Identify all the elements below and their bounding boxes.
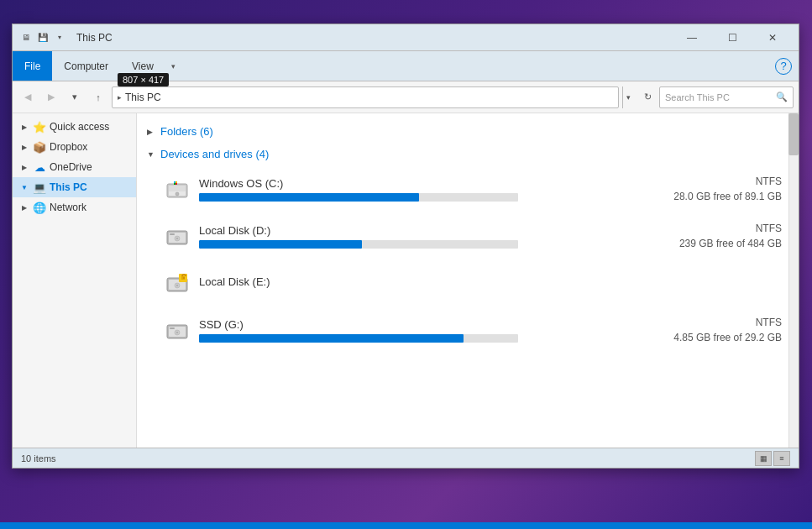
forward-button[interactable]: ▶ [41,87,61,107]
drive-filesystem-c: NTFS [756,175,782,187]
drive-item-g[interactable]: SSD (G:) NTFS 4.85 GB free of 29.2 GB [137,306,799,354]
folders-section-header[interactable]: ▶ Folders (6) [137,120,799,143]
drive-space-g: 4.85 GB free of 29.2 GB [673,332,782,343]
save-icon: 💾 [36,31,50,45]
drive-icon-e [164,270,191,296]
drive-space-d: 239 GB free of 484 GB [679,238,782,249]
dropbox-icon: 📦 [33,141,46,154]
tab-computer[interactable]: Computer [52,51,120,81]
folders-expand-icon: ▶ [147,128,157,136]
drive-info-e: Local Disk (E:) [199,275,664,291]
drive-item-c[interactable]: Windows OS (C:) NTFS 28.0 GB free of 89.… [137,165,799,212]
status-bar: 10 items ▦ ≡ [13,448,799,468]
forward-icon: ▶ [48,92,55,102]
sidebar-item-dropbox[interactable]: ▶ 📦 Dropbox [13,137,136,157]
drives-section-header[interactable]: ▼ Devices and drives (4) [137,143,799,165]
drive-name-e: Local Disk (E:) [199,275,664,288]
svg-rect-25 [170,327,175,329]
drive-item-d[interactable]: Local Disk (D:) NTFS 239 GB free of 484 … [137,212,799,259]
drive-info-g: SSD (G:) [199,318,660,343]
drive-icon-c [164,175,191,202]
sidebar-item-label: OneDrive [50,161,129,173]
drive-filesystem-d: NTFS [756,223,782,234]
tab-file[interactable]: File [13,51,52,81]
drive-name-c: Windows OS (C:) [199,177,660,190]
svg-rect-8 [175,183,177,185]
sidebar-item-label: Dropbox [50,141,129,153]
list-view-button[interactable]: ≡ [773,451,790,466]
grid-view-button[interactable]: ▦ [755,451,772,466]
search-bar[interactable]: Search This PC 🔍 [659,86,794,108]
recent-locations-button[interactable]: ▾ [65,87,85,107]
file-explorer-window: 🖥 💾 ▾ This PC — ☐ ✕ 807 × 417 File Compu… [12,24,799,469]
svg-rect-2 [169,186,186,191]
sidebar-item-label: Network [50,202,129,213]
title-bar: 🖥 💾 ▾ This PC — ☐ ✕ [13,24,799,51]
expand-icon: ▶ [19,122,29,132]
address-dropdown-button[interactable]: ▾ [622,86,634,108]
sidebar-item-this-pc[interactable]: ▼ 💻 This PC [13,177,136,197]
svg-rect-5 [174,181,175,183]
expand-icon: ▶ [19,162,29,172]
progress-bar-c [199,193,518,202]
quick-access-icon: ⭐ [33,121,46,134]
folders-section-title: Folders (6) [160,125,213,138]
sidebar-item-label: Quick access [50,121,129,133]
window-controls: — ☐ ✕ [673,24,792,51]
minimize-button[interactable]: — [673,24,711,51]
window-icon: 🖥 [19,31,33,45]
back-button[interactable]: ◀ [18,87,38,107]
title-bar-icons: 🖥 💾 ▾ [19,31,66,45]
up-button[interactable]: ↑ [88,87,108,107]
ribbon-expand-icon[interactable]: ▾ [165,51,182,81]
drive-space-c: 28.0 GB free of 89.1 GB [673,191,782,202]
drive-item-e[interactable]: Local Disk (E:) [137,259,799,306]
onedrive-icon: ☁ [33,161,46,174]
sidebar-item-network[interactable]: ▶ 🌐 Network [13,197,136,217]
svg-point-12 [176,238,178,239]
svg-point-24 [176,332,178,333]
svg-rect-13 [170,233,175,235]
status-count: 10 items [21,453,755,464]
address-path: This PC [125,92,161,103]
network-icon: 🌐 [33,202,46,214]
progress-fill-g [199,334,464,343]
search-icon: 🔍 [776,92,788,102]
bottom-accent-bar [0,522,812,529]
window-title: This PC [76,32,673,44]
sidebar: ▶ ⭐ Quick access ▶ 📦 Dropbox ▶ ☁ OneDriv… [13,113,137,448]
sidebar-item-onedrive[interactable]: ▶ ☁ OneDrive [13,157,136,177]
progress-fill-d [199,240,362,249]
scrollbar-thumb[interactable] [788,113,799,155]
dropdown-arrow-icon: ▾ [72,92,77,102]
progress-bar-d [199,240,518,249]
help-button[interactable]: ? [775,58,792,75]
drives-expand-icon: ▼ [147,150,157,159]
close-button[interactable]: ✕ [753,24,792,51]
scrollbar-track[interactable] [788,113,799,448]
refresh-button[interactable]: ↻ [639,89,656,106]
progress-fill-c [199,193,419,202]
drive-name-d: Local Disk (D:) [199,224,664,237]
address-bar[interactable]: ▸ This PC [112,86,619,108]
tab-view[interactable]: View [120,51,165,81]
drive-meta-c: NTFS 28.0 GB free of 89.1 GB [660,175,782,202]
back-icon: ◀ [24,92,31,102]
drive-icon-g [164,317,191,343]
maximize-button[interactable]: ☐ [713,24,752,51]
svg-point-20 [183,277,185,279]
ribbon: File Computer View ▾ ? [13,51,799,81]
view-buttons: ▦ ≡ [755,451,790,466]
sidebar-item-quick-access[interactable]: ▶ ⭐ Quick access [13,117,136,137]
svg-point-3 [175,192,179,196]
toolbar: ◀ ▶ ▾ ↑ ▸ This PC ▾ ↻ Search This PC 🔍 [13,81,799,113]
drive-info-d: Local Disk (D:) [199,224,664,249]
drive-info-c: Windows OS (C:) [199,177,660,202]
search-placeholder: Search This PC [665,92,773,102]
svg-rect-7 [174,183,175,185]
sidebar-item-label: This PC [50,181,129,193]
drive-name-g: SSD (G:) [199,318,660,331]
svg-rect-6 [175,181,177,183]
drive-filesystem-g: NTFS [756,317,782,328]
titlebar-dropdown-icon: ▾ [53,31,66,45]
